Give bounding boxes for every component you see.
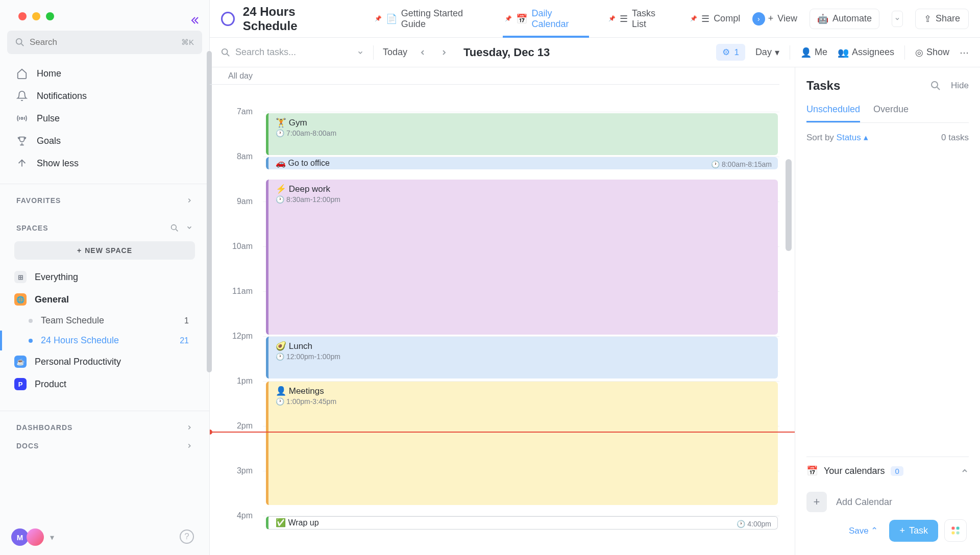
- nav-home[interactable]: Home: [7, 62, 202, 85]
- tab-unscheduled[interactable]: Unscheduled: [806, 104, 860, 122]
- close-window[interactable]: [18, 12, 27, 20]
- save-button[interactable]: Save ⌃: [849, 525, 878, 536]
- event-title: 🥑 Lunch: [276, 341, 771, 351]
- plus-icon: +: [768, 13, 774, 24]
- share-button[interactable]: ⇪Share: [915, 9, 969, 29]
- add-view-button[interactable]: +View: [768, 13, 797, 24]
- space-personal-productivity[interactable]: ☕Personal Productivity: [0, 350, 209, 373]
- me-filter[interactable]: 👤Me: [800, 47, 827, 58]
- space-label: 24 Hours Schedule: [41, 335, 119, 346]
- space-label: Everything: [35, 272, 78, 283]
- event-deep-work[interactable]: ⚡ Deep work 🕐 8:30am-12:00pm: [266, 180, 778, 335]
- label: Me: [815, 47, 827, 58]
- space-product[interactable]: PProduct: [0, 373, 209, 395]
- automate-dropdown[interactable]: [892, 11, 903, 27]
- event-title: 🚗 Go to office: [276, 159, 330, 167]
- event-meetings[interactable]: 👤 Meetings 🕐 1:00pm-3:45pm: [266, 382, 778, 505]
- apps-button[interactable]: [944, 519, 967, 542]
- new-space-button[interactable]: +NEW SPACE: [14, 241, 195, 260]
- next-tab-button[interactable]: ›: [752, 12, 765, 26]
- view-day-select[interactable]: Day▾: [755, 47, 779, 58]
- nav-notifications[interactable]: Notifications: [7, 85, 202, 107]
- space-label: Personal Productivity: [35, 357, 121, 367]
- space-general[interactable]: 🌐General: [0, 288, 209, 311]
- collapse-sidebar-icon[interactable]: [190, 15, 200, 26]
- plus-icon: +: [806, 492, 827, 512]
- automate-button[interactable]: 🤖Automate: [810, 9, 879, 29]
- search-input[interactable]: [30, 37, 181, 47]
- svg-point-1: [21, 117, 23, 119]
- filter-pill[interactable]: ⚙1: [716, 44, 745, 61]
- spaces-header[interactable]: SPACES: [0, 219, 209, 237]
- section-label: FAVORITES: [16, 196, 61, 205]
- today-button[interactable]: Today: [383, 47, 407, 58]
- maximize-window[interactable]: [46, 12, 54, 20]
- arrow-up-icon: [16, 158, 28, 169]
- label: Day: [755, 47, 772, 58]
- search-spaces-icon[interactable]: [170, 224, 179, 232]
- doc-icon: 📄: [386, 13, 397, 24]
- search-box[interactable]: ⌘K: [7, 31, 202, 54]
- minimize-window[interactable]: [32, 12, 40, 20]
- tab-getting-started[interactable]: 📌📄Getting Started Guide: [365, 0, 493, 38]
- space-24-hours[interactable]: 24 Hours Schedule21: [0, 331, 209, 350]
- hide-panel-button[interactable]: Hide: [951, 81, 969, 91]
- label: Share: [936, 13, 960, 24]
- svg-rect-5: [952, 527, 955, 530]
- tab-daily-calendar[interactable]: 📌📅Daily Calendar: [496, 0, 596, 38]
- trophy-icon: [16, 135, 28, 146]
- assignees-filter[interactable]: 👥Assignees: [838, 47, 894, 58]
- event-wrapup[interactable]: ✅ Wrap up 🕐 4:00pm: [266, 516, 778, 529]
- tab-tasks-list[interactable]: 📌☰Tasks List: [599, 0, 678, 38]
- pulse-icon: [16, 113, 28, 124]
- avatar[interactable]: M: [11, 528, 29, 546]
- nav-pulse[interactable]: Pulse: [7, 107, 202, 130]
- event-lunch[interactable]: 🥑 Lunch 🕐 12:00pm-1:00pm: [266, 337, 778, 379]
- label: Add Calendar: [836, 497, 892, 508]
- calendar-grid[interactable]: 🏋️ Gym 🕐 7:00am-8:00am 🚗 Go to office 🕐 …: [263, 67, 779, 555]
- chevron-up-icon[interactable]: [961, 467, 969, 475]
- next-day-button[interactable]: [438, 46, 450, 59]
- search-icon[interactable]: [930, 81, 941, 91]
- float-actions: Save ⌃ +Task: [849, 519, 967, 542]
- chevron-down-icon[interactable]: [357, 49, 364, 56]
- filter-count: 1: [734, 47, 739, 58]
- prev-day-button[interactable]: [416, 46, 429, 59]
- nav-label: Show less: [37, 158, 79, 169]
- nav-label: Goals: [37, 136, 61, 146]
- tab-completed[interactable]: 📌☰Compl: [681, 0, 749, 38]
- users-icon: 👥: [838, 47, 849, 58]
- avatar-2[interactable]: [27, 528, 44, 546]
- favorites-header[interactable]: FAVORITES: [0, 191, 209, 210]
- show-toggle[interactable]: ◎Show: [915, 47, 949, 58]
- event-time: 🕐 4:00pm: [737, 520, 771, 528]
- svg-rect-8: [957, 532, 960, 535]
- home-icon: [16, 68, 28, 79]
- new-task-button[interactable]: +Task: [889, 520, 938, 542]
- sort-value[interactable]: Status ▴: [837, 133, 868, 142]
- calendar-scrollbar[interactable]: [786, 159, 792, 251]
- docs-header[interactable]: DOCS: [0, 437, 209, 455]
- nav-show-less[interactable]: Show less: [7, 152, 202, 174]
- your-calendars-row[interactable]: 📅 Your calendars 0: [806, 457, 969, 485]
- dot-icon: [29, 319, 33, 323]
- nav-goals[interactable]: Goals: [7, 130, 202, 152]
- tab-overdue[interactable]: Overdue: [873, 104, 909, 122]
- search-tasks[interactable]: Search tasks...: [221, 47, 364, 58]
- event-gym[interactable]: 🏋️ Gym 🕐 7:00am-8:00am: [266, 113, 778, 155]
- dashboards-header[interactable]: DASHBOARDS: [0, 418, 209, 437]
- more-menu[interactable]: ⋯: [960, 47, 969, 58]
- event-office[interactable]: 🚗 Go to office 🕐 8:00am-8:15am: [266, 157, 778, 169]
- search-icon: [221, 48, 230, 57]
- space-team-schedule[interactable]: Team Schedule1: [0, 311, 209, 331]
- event-title: ✅ Wrap up: [276, 518, 319, 527]
- space-everything[interactable]: ⊞Everything: [0, 266, 209, 288]
- user-footer[interactable]: M ▾: [11, 528, 54, 546]
- hour-label: 2pm: [210, 421, 263, 466]
- tab-label: Getting Started Guide: [401, 8, 484, 30]
- add-calendar-button[interactable]: + Add Calendar: [806, 485, 969, 519]
- main: 24 Hours Schedule 📌📄Getting Started Guid…: [210, 0, 980, 555]
- help-button[interactable]: ?: [180, 529, 194, 544]
- chevron-down-icon[interactable]: ▾: [50, 533, 54, 542]
- chevron-down-icon[interactable]: [186, 224, 193, 232]
